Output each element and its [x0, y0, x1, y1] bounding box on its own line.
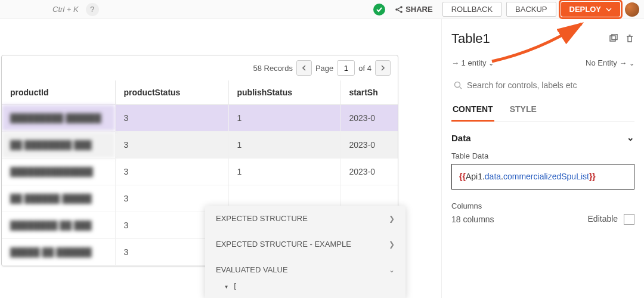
chevron-down-icon: [606, 8, 612, 11]
search-icon: [454, 81, 462, 89]
svg-rect-4: [612, 35, 617, 40]
table-cell: 3: [115, 105, 228, 132]
tab-style[interactable]: STYLE: [509, 101, 538, 121]
copy-icon[interactable]: [608, 34, 618, 44]
evaluated-value-row[interactable]: EVALUATED VALUE ⌄: [205, 257, 405, 283]
deploy-label: DEPLOY: [569, 5, 601, 14]
svg-point-5: [455, 82, 460, 88]
widget-name[interactable]: Table1: [451, 31, 490, 46]
svg-rect-3: [610, 36, 615, 41]
property-panel: Table1 → 1 entity ⌄ No Entity → ⌄ CONTEN…: [441, 19, 644, 298]
table-cell: 2023-0: [340, 132, 398, 159]
table-pager: 58 Records Page of 4: [2, 55, 398, 80]
table-row[interactable]: ██████████████312023-0: [2, 159, 398, 185]
records-count: 58 Records: [253, 64, 292, 73]
columns-label: Columns: [451, 201, 634, 210]
avatar[interactable]: [625, 2, 639, 17]
property-search[interactable]: [451, 77, 634, 94]
section-data-header[interactable]: Data ⌄: [451, 132, 634, 143]
table-cell: ████████ ██ ███: [2, 212, 115, 239]
entity-right-link[interactable]: No Entity → ⌄: [586, 58, 634, 67]
column-header[interactable]: startSh: [340, 80, 398, 105]
table-cell: 2023-0: [340, 105, 398, 132]
table-cell: ██████████████: [2, 159, 115, 185]
table-cell: 3: [115, 132, 228, 159]
columns-count: 18 columns: [451, 215, 494, 224]
share-label: SHARE: [405, 5, 433, 14]
keyboard-shortcut-hint: Ctrl + K: [52, 5, 79, 14]
table-data-code[interactable]: {{Api1.data.commercializedSpuList}}: [451, 164, 634, 190]
pager-prev-button[interactable]: [296, 60, 312, 76]
help-icon[interactable]: ?: [86, 3, 99, 16]
evaluate-popover: EXPECTED STRUCTURE ❯ EXPECTED STRUCTURE …: [205, 206, 405, 298]
rollback-button[interactable]: ROLLBACK: [442, 2, 501, 17]
column-header[interactable]: productId: [2, 80, 115, 105]
chevron-down-icon: ⌄: [627, 132, 634, 143]
expected-structure-row[interactable]: EXPECTED STRUCTURE ❯: [205, 206, 405, 231]
editable-checkbox[interactable]: [624, 214, 634, 225]
table-data-label: Table Data: [451, 151, 634, 160]
tab-content[interactable]: CONTENT: [451, 101, 494, 122]
deploy-button[interactable]: DEPLOY: [561, 2, 620, 17]
page-of-label: of 4: [358, 64, 371, 73]
pager-next-button[interactable]: [375, 60, 391, 76]
entity-left-link[interactable]: → 1 entity ⌄: [451, 58, 494, 67]
topbar: Ctrl + K ? SHARE ROLLBACK BACKUP DEPLOY: [0, 0, 644, 19]
table-cell: █████████ ██████: [2, 105, 115, 132]
share-button[interactable]: SHARE: [390, 2, 438, 16]
editable-label: Editable: [588, 214, 618, 224]
delete-icon[interactable]: [625, 34, 634, 44]
expected-structure-label: EXPECTED STRUCTURE: [216, 214, 308, 223]
column-header[interactable]: publishStatus: [228, 80, 340, 105]
table-cell: 3: [115, 159, 228, 185]
column-header[interactable]: productStatus: [115, 80, 228, 105]
table-cell: 2023-0: [340, 159, 398, 185]
table-cell: 1: [228, 132, 340, 159]
chevron-right-icon: [380, 65, 385, 71]
table-row[interactable]: █████████ ██████312023-0: [2, 105, 398, 132]
property-search-input[interactable]: [467, 80, 632, 90]
table-row[interactable]: ██ ████████ ███312023-0: [2, 132, 398, 159]
share-icon: [395, 5, 403, 14]
section-data-label: Data: [451, 133, 471, 143]
chevron-down-icon: ⌄: [389, 266, 395, 274]
chevron-left-icon: [302, 65, 306, 71]
table-cell: 1: [228, 159, 340, 185]
page-label: Page: [315, 64, 333, 73]
chevron-right-icon: ❯: [389, 240, 395, 249]
table-cell: ██ ████████ ███: [2, 132, 115, 159]
expected-structure-example-row[interactable]: EXPECTED STRUCTURE - EXAMPLE ❯: [205, 231, 405, 257]
table-cell: 1: [228, 105, 340, 132]
expected-example-label: EXPECTED STRUCTURE - EXAMPLE: [216, 240, 351, 249]
evaluated-value-preview: ▾ [: [205, 283, 405, 298]
table-cell: █████ ██ ██████: [2, 239, 115, 266]
evaluated-value-label: EVALUATED VALUE: [216, 265, 288, 274]
table-cell: ██ ██████ █████: [2, 185, 115, 212]
page-input[interactable]: [337, 60, 355, 76]
canvas-area: 58 Records Page of 4 productIdproductSta…: [0, 19, 441, 298]
status-ok-icon: [373, 4, 385, 15]
chevron-right-icon: ❯: [389, 215, 395, 223]
backup-button[interactable]: BACKUP: [506, 2, 556, 17]
